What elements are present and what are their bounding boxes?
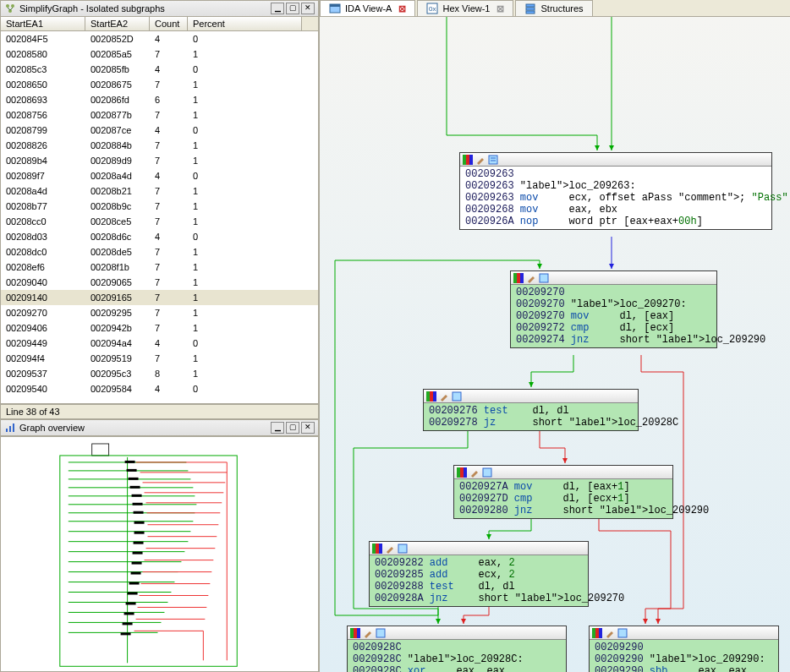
panel-float-button[interactable]: ▢ xyxy=(286,3,299,14)
color-icon xyxy=(457,467,467,478)
table-body[interactable]: 002084F50020852D4000208580002085a5710020… xyxy=(1,31,318,403)
cell: 002085fb xyxy=(85,62,150,77)
cell: 7 xyxy=(150,320,188,336)
svg-rect-59 xyxy=(129,582,140,585)
bb-node-20928C[interactable]: 0020928C 0020928C "label">loc_20928C: 00… xyxy=(347,626,567,672)
bb-node-209282[interactable]: 00209282 add eax, 2 00209285 add ecx, 2 … xyxy=(369,541,589,607)
cell: 1 xyxy=(188,107,302,123)
tab-close-button[interactable]: ⊠ xyxy=(398,3,406,14)
cell: 00208b9c xyxy=(85,199,150,214)
overview-float-button[interactable]: ▢ xyxy=(286,422,299,434)
svg-rect-92 xyxy=(379,544,382,554)
table-row[interactable]: 00208580002085a571 xyxy=(1,46,318,62)
cell: 7 xyxy=(150,351,188,366)
cell: 002085c3 xyxy=(1,62,85,77)
svg-rect-64 xyxy=(121,632,131,635)
cell: 1 xyxy=(188,199,302,214)
overview-canvas[interactable] xyxy=(0,436,319,672)
simplifygraph-title: SimplifyGraph - Isolated subgraphs xyxy=(19,3,271,14)
tab-close-button[interactable]: ⊠ xyxy=(496,3,504,14)
overview-close-button[interactable]: ✕ xyxy=(301,422,315,434)
cell: 00209140 xyxy=(1,290,85,305)
table-row[interactable]: 002088260020884b71 xyxy=(1,138,318,153)
cell: 0020884b xyxy=(85,138,150,153)
table-row[interactable]: 002094f40020951971 xyxy=(1,351,318,366)
cell: 1 xyxy=(188,290,302,305)
tab-structures[interactable]: Structures xyxy=(515,0,592,16)
node-body: 00209276 test dl, dl 00209278 jz short "… xyxy=(424,403,638,430)
list-icon xyxy=(482,467,492,478)
svg-rect-49 xyxy=(130,486,140,489)
cell: 7 xyxy=(150,77,188,92)
cell: 4 xyxy=(150,336,188,351)
table-row[interactable]: 002089f700208a4d40 xyxy=(1,168,318,183)
table-row[interactable]: 00208d0300208d6c40 xyxy=(1,229,318,244)
table-row[interactable]: 00209537002095c381 xyxy=(1,366,318,381)
struct-icon xyxy=(524,3,536,14)
table-row[interactable]: 002090400020906571 xyxy=(1,275,318,290)
col-startea1[interactable]: StartEA1 xyxy=(1,17,85,30)
table-row[interactable]: 002087560020877b71 xyxy=(1,107,318,123)
col-percent[interactable]: Percent xyxy=(188,17,302,30)
table-row[interactable]: 002086500020867571 xyxy=(1,77,318,92)
table-row[interactable]: 00208693002086fd61 xyxy=(1,92,318,107)
col-startea2[interactable]: StartEA2 xyxy=(85,17,150,30)
tab-ida-view[interactable]: IDA View-A ⊠ xyxy=(320,0,415,16)
svg-rect-60 xyxy=(128,593,138,595)
tab-hex-view[interactable]: 0x Hex View-1 ⊠ xyxy=(417,0,513,16)
bb-node-209276[interactable]: 00209276 test dl, dl 00209278 jz short "… xyxy=(423,389,639,431)
table-row[interactable]: 002089b4002089d971 xyxy=(1,153,318,168)
cell: 002084F5 xyxy=(1,31,85,46)
table-row[interactable]: 002091400020916571 xyxy=(1,290,318,305)
table-row[interactable]: 00208799002087ce40 xyxy=(1,123,318,138)
table-header: StartEA1 StartEA2 Count Percent xyxy=(1,17,318,31)
cell: 4 xyxy=(150,62,188,77)
panel-close-button[interactable]: ✕ xyxy=(301,3,315,14)
svg-rect-62 xyxy=(124,612,134,615)
cell: 1 xyxy=(188,366,302,381)
overview-min-button[interactable]: ▁ xyxy=(271,422,284,434)
bb-node-20927A[interactable]: 0020927A mov dl, [eax+1] 0020927D cmp dl… xyxy=(453,465,673,519)
list-icon xyxy=(376,628,386,638)
table-row[interactable]: 002085c3002085fb40 xyxy=(1,62,318,77)
table-row[interactable]: 002092700020929571 xyxy=(1,305,318,320)
node-titlebar xyxy=(348,626,566,640)
table-row[interactable]: 00209449002094a440 xyxy=(1,336,318,351)
svg-rect-99 xyxy=(595,628,599,638)
cell: 0 xyxy=(188,123,302,138)
node-body: 00209263 00209263 "label">loc_209263: 00… xyxy=(460,167,771,229)
cell: 002089b4 xyxy=(1,153,85,168)
brush-icon xyxy=(385,544,395,554)
table-row[interactable]: 002084F50020852D40 xyxy=(1,31,318,46)
col-count[interactable]: Count xyxy=(150,17,188,30)
cell: 00208ef6 xyxy=(1,260,85,275)
panel-min-button[interactable]: ▁ xyxy=(271,3,284,14)
svg-rect-75 xyxy=(489,156,497,164)
cell: 00209519 xyxy=(85,351,150,366)
svg-text:0x: 0x xyxy=(429,5,436,13)
node-titlebar xyxy=(590,626,778,640)
svg-rect-96 xyxy=(357,628,360,638)
bb-node-209270[interactable]: 00209270 00209270 "label">loc_209270: 00… xyxy=(510,270,717,348)
table-row[interactable]: 002094060020942b71 xyxy=(1,320,318,336)
cell: 1 xyxy=(188,183,302,199)
svg-rect-83 xyxy=(430,391,433,402)
bb-node-209290[interactable]: 00209290 00209290 "label">loc_209290: 00… xyxy=(589,626,779,672)
cell: 1 xyxy=(188,275,302,290)
ida-graph-canvas[interactable]: 00209263 00209263 "label">loc_209263: 00… xyxy=(320,17,790,672)
table-row[interactable]: 00208a4d00208b2171 xyxy=(1,183,318,199)
svg-rect-71 xyxy=(526,11,535,14)
table-row[interactable]: 002095400020958440 xyxy=(1,381,318,396)
svg-rect-47 xyxy=(127,469,137,472)
svg-rect-88 xyxy=(464,467,467,478)
svg-rect-6 xyxy=(92,444,109,456)
cell: 00208756 xyxy=(1,107,85,123)
table-row[interactable]: 00208ef600208f1b71 xyxy=(1,260,318,275)
table-row[interactable]: 00208cc000208ce571 xyxy=(1,214,318,229)
cell: 002086fd xyxy=(85,92,150,107)
bb-node-209263[interactable]: 00209263 00209263 "label">loc_209263: 00… xyxy=(459,152,772,230)
cell: 002094a4 xyxy=(85,336,150,351)
cell: 1 xyxy=(188,153,302,168)
table-row[interactable]: 00208dc000208de571 xyxy=(1,244,318,260)
table-row[interactable]: 00208b7700208b9c71 xyxy=(1,199,318,214)
